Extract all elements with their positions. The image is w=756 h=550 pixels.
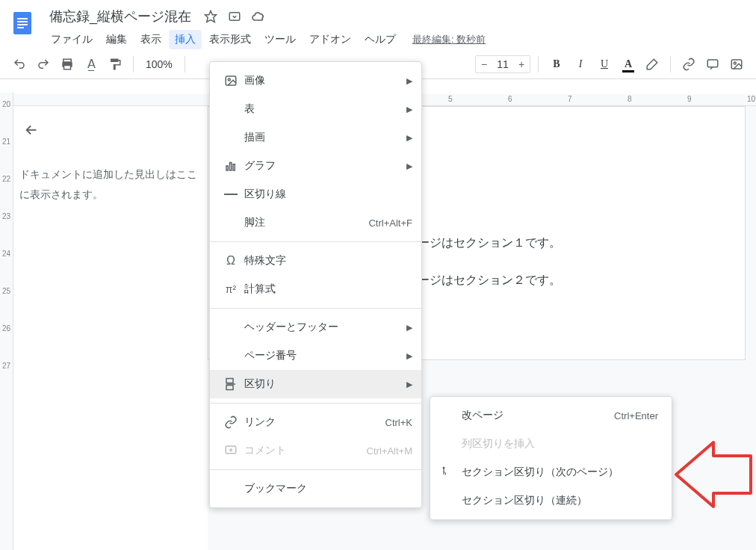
menu-item-footnote[interactable]: 脚注 Ctrl+Alt+F bbox=[210, 208, 421, 237]
break-submenu: 改ページ Ctrl+Enter 列区切りを挿入 セクション区切り（次のページ） … bbox=[430, 396, 672, 520]
docs-logo[interactable] bbox=[9, 9, 36, 36]
font-size-decrease[interactable]: − bbox=[476, 56, 492, 72]
submenu-arrow-icon: ▶ bbox=[406, 351, 412, 361]
svg-marker-5 bbox=[205, 11, 217, 22]
menu-item-bookmark[interactable]: ブックマーク bbox=[210, 475, 421, 503]
doc-title[interactable]: 備忘録_縦横ページ混在 bbox=[45, 6, 196, 27]
menu-insert[interactable]: 挿入 bbox=[169, 30, 202, 49]
svg-point-14 bbox=[228, 78, 230, 81]
paint-format-button[interactable] bbox=[105, 54, 126, 75]
menu-item-hr[interactable]: 区切り線 bbox=[210, 180, 421, 208]
menu-help[interactable]: ヘルプ bbox=[359, 30, 402, 49]
menu-item-chart[interactable]: グラフ ▶ bbox=[210, 152, 421, 180]
bold-button[interactable]: B bbox=[546, 54, 567, 75]
menu-addons[interactable]: アドオン bbox=[303, 30, 357, 49]
svg-rect-9 bbox=[64, 65, 71, 69]
menu-item-header-footer[interactable]: ヘッダーとフッター ▶ bbox=[210, 313, 421, 342]
svg-rect-0 bbox=[13, 12, 31, 34]
image-button[interactable] bbox=[726, 54, 747, 75]
menu-item-page-number[interactable]: ページ番号 ▶ bbox=[210, 342, 421, 370]
annotation-arrow bbox=[672, 441, 755, 508]
menubar: ファイル 編集 表示 挿入 表示形式 ツール アドオン ヘルプ 最終編集: 数秒… bbox=[45, 30, 747, 49]
svg-rect-7 bbox=[63, 59, 72, 62]
cloud-icon[interactable] bbox=[251, 9, 266, 24]
menu-edit[interactable]: 編集 bbox=[100, 30, 133, 49]
star-icon[interactable] bbox=[203, 9, 218, 24]
menu-item-comment: コメント Ctrl+Alt+M bbox=[210, 436, 421, 465]
menu-file[interactable]: ファイル bbox=[45, 30, 99, 49]
font-size-value[interactable]: 11 bbox=[492, 58, 513, 70]
menu-item-image[interactable]: 画像 ▶ bbox=[210, 67, 421, 95]
image-icon bbox=[220, 74, 241, 87]
outline-panel: ドキュメントに追加した見出しはここに表示されます。 bbox=[13, 106, 208, 550]
svg-rect-4 bbox=[17, 27, 24, 28]
menu-item-drawing[interactable]: 描画 ▶ bbox=[210, 123, 421, 152]
italic-button[interactable]: I bbox=[570, 54, 591, 75]
menu-item-break[interactable]: 区切り ▶ bbox=[210, 370, 421, 398]
comment-button[interactable] bbox=[702, 54, 723, 75]
hr-icon bbox=[220, 193, 241, 196]
zoom-select[interactable]: 100% bbox=[141, 58, 177, 70]
break-icon bbox=[220, 377, 241, 391]
svg-rect-2 bbox=[17, 21, 28, 22]
spellcheck-button[interactable]: A̲ bbox=[81, 54, 102, 75]
last-edit-link[interactable]: 最終編集: 数秒前 bbox=[412, 30, 486, 49]
cursor-icon bbox=[439, 466, 451, 479]
svg-rect-10 bbox=[707, 60, 718, 67]
menu-item-table[interactable]: 表 ▶ bbox=[210, 95, 421, 123]
submenu-arrow-icon: ▶ bbox=[406, 323, 412, 333]
submenu-arrow-icon: ▶ bbox=[406, 380, 412, 389]
font-size-increase[interactable]: + bbox=[513, 56, 530, 72]
link-icon bbox=[220, 415, 241, 429]
underline-button[interactable]: U bbox=[594, 54, 615, 75]
menu-item-link[interactable]: リンク Ctrl+K bbox=[210, 408, 421, 436]
link-button[interactable] bbox=[678, 54, 699, 75]
svg-rect-17 bbox=[233, 164, 235, 170]
doc-text-line: ージはセクション１です。 bbox=[418, 226, 561, 260]
submenu-page-break[interactable]: 改ページ Ctrl+Enter bbox=[430, 401, 672, 430]
doc-text-line: ージはセクション２です。 bbox=[418, 264, 561, 297]
menu-item-equation[interactable]: π² 計算式 bbox=[210, 275, 421, 303]
outline-back-arrow[interactable] bbox=[19, 118, 43, 142]
chart-icon bbox=[220, 159, 241, 173]
print-button[interactable] bbox=[57, 54, 78, 75]
svg-rect-1 bbox=[17, 18, 28, 19]
text-color-button[interactable]: A bbox=[618, 54, 639, 75]
submenu-section-cont[interactable]: セクション区切り（連続） bbox=[430, 486, 672, 515]
svg-rect-20 bbox=[226, 386, 233, 390]
menu-item-special[interactable]: Ω 特殊文字 bbox=[210, 247, 421, 275]
svg-point-12 bbox=[734, 62, 736, 64]
svg-rect-6 bbox=[229, 13, 240, 21]
menu-format[interactable]: 表示形式 bbox=[203, 30, 257, 49]
submenu-column-break: 列区切りを挿入 bbox=[430, 430, 672, 458]
svg-rect-15 bbox=[226, 166, 228, 170]
comment-icon bbox=[220, 444, 241, 457]
submenu-arrow-icon: ▶ bbox=[406, 76, 412, 86]
move-icon[interactable] bbox=[227, 9, 242, 24]
ruler-vertical: 20 21 22 23 24 25 26 27 bbox=[0, 93, 13, 550]
svg-rect-3 bbox=[17, 24, 28, 25]
svg-rect-19 bbox=[226, 379, 233, 383]
outline-empty-text: ドキュメントに追加した見出しはここに表示されます。 bbox=[19, 164, 199, 204]
submenu-arrow-icon: ▶ bbox=[406, 133, 412, 143]
svg-rect-18 bbox=[224, 194, 238, 195]
omega-icon: Ω bbox=[220, 254, 241, 268]
redo-button[interactable] bbox=[33, 54, 54, 75]
submenu-arrow-icon: ▶ bbox=[406, 161, 412, 171]
highlight-button[interactable] bbox=[642, 54, 663, 75]
menu-view[interactable]: 表示 bbox=[134, 30, 167, 49]
submenu-arrow-icon: ▶ bbox=[406, 105, 412, 114]
insert-menu: 画像 ▶ 表 ▶ 描画 ▶ グラフ ▶ 区切り線 脚注 Ctrl+Alt+F Ω… bbox=[209, 61, 422, 508]
svg-rect-16 bbox=[230, 163, 232, 171]
pi-icon: π² bbox=[220, 283, 241, 295]
undo-button[interactable] bbox=[9, 54, 30, 75]
menu-tools[interactable]: ツール bbox=[258, 30, 302, 49]
submenu-section-next[interactable]: セクション区切り（次のページ） bbox=[430, 458, 672, 486]
font-size-control: − 11 + bbox=[475, 55, 530, 73]
